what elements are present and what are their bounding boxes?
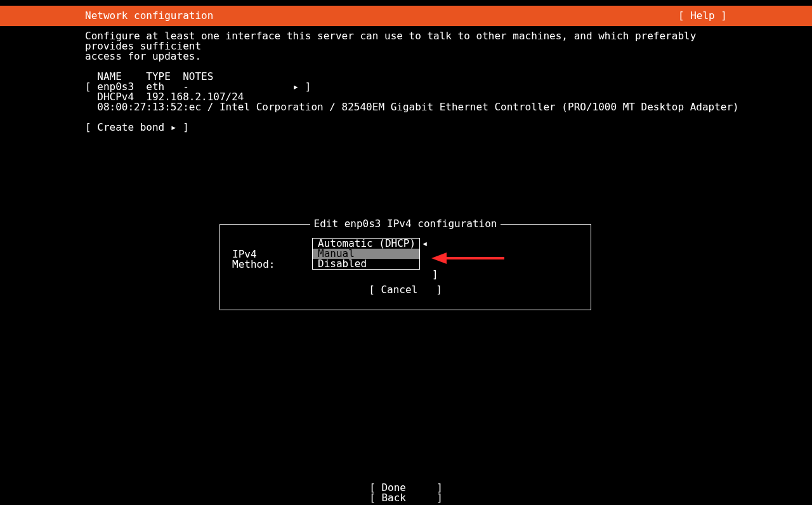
window-top-gap (0, 0, 812, 6)
cancel-button[interactable]: [ Cancel ] (219, 285, 591, 295)
main-content: Configure at least one interface this se… (85, 31, 727, 133)
dialog-title-wrap: Edit enp0s3 IPv4 configuration (219, 219, 591, 229)
intro-text: Configure at least one interface this se… (85, 31, 727, 62)
dialog-right-bracket: ] (432, 270, 438, 280)
help-button[interactable]: [ Help ] (678, 11, 727, 21)
back-button[interactable]: [ Back ] (0, 493, 812, 503)
ipv4-method-option-disabled[interactable]: Disabled (313, 259, 419, 269)
page-title: Network configuration (85, 11, 213, 21)
create-bond-button[interactable]: [ Create bond ▸ ] (85, 122, 727, 133)
iface-hw-line: 08:00:27:13:52:ec / Intel Corporation / … (85, 102, 727, 112)
ipv4-method-dropdown[interactable]: Automatic (DHCP) ◂ Manual Disabled (312, 238, 420, 270)
dialog-title: Edit enp0s3 IPv4 configuration (310, 219, 501, 229)
ipv4-config-dialog: Edit enp0s3 IPv4 configuration IPv4 Meth… (219, 224, 591, 310)
ipv4-method-label: IPv4 Method: (232, 249, 275, 270)
header-bar: Network configuration [ Help ] (0, 6, 812, 26)
footer-buttons: [ Done ] [ Back ] (0, 483, 812, 503)
